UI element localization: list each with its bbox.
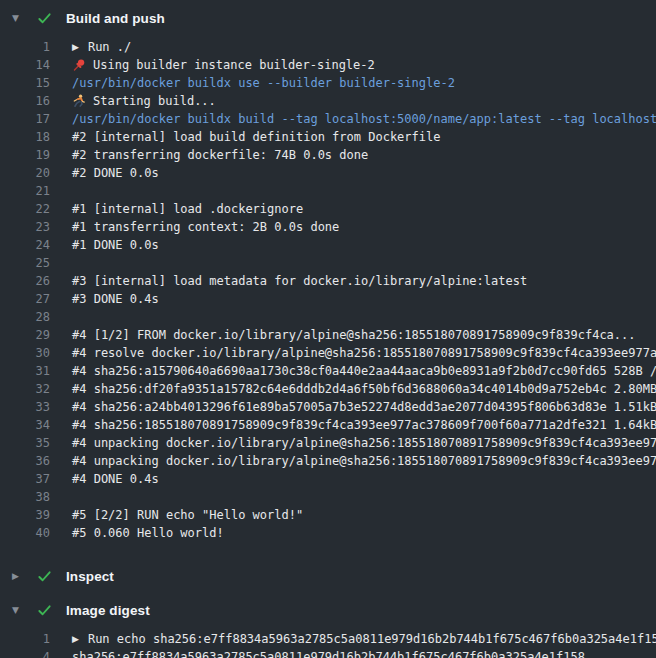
log-text-value: Run echo sha256:e7ff8834a5963a2785c5a081… xyxy=(88,632,656,646)
log-body-image-digest: 1▶Run echo sha256:e7ff8834a5963a2785c5a0… xyxy=(0,630,656,658)
log-text-value: #4 unpacking docker.io/library/alpine@sh… xyxy=(72,454,656,468)
log-text: #2 [internal] load build definition from… xyxy=(72,130,440,144)
log-line: 4sha256:e7ff8834a5963a2785c5a0811e979d16… xyxy=(0,648,656,658)
line-number[interactable]: 30 xyxy=(0,346,50,360)
log-text-value: Starting build... xyxy=(93,94,216,108)
chevron-down-icon[interactable]: ▼ xyxy=(9,605,34,615)
line-number[interactable]: 20 xyxy=(0,166,50,180)
log-text: #1 DONE 0.0s xyxy=(72,238,159,252)
log-line: 27#3 DONE 0.4s xyxy=(0,290,656,308)
line-number[interactable]: 33 xyxy=(0,400,50,414)
line-number[interactable]: 31 xyxy=(0,364,50,378)
line-number[interactable]: 14 xyxy=(0,58,50,72)
log-text: #5 [2/2] RUN echo "Hello world!" xyxy=(72,508,303,522)
line-number[interactable]: 21 xyxy=(0,184,50,198)
log-text-value: #4 sha256:a24bb4013296f61e89ba57005a7b3e… xyxy=(72,400,656,414)
line-number[interactable]: 39 xyxy=(0,508,50,522)
log-text: ▶Run echo sha256:e7ff8834a5963a2785c5a08… xyxy=(72,632,656,646)
log-text-value: /usr/bin/docker buildx use --builder bui… xyxy=(72,76,455,90)
log-line: 35#4 unpacking docker.io/library/alpine@… xyxy=(0,434,656,452)
log-text-value: #1 [internal] load .dockerignore xyxy=(72,202,303,216)
log-text: /usr/bin/docker buildx use --builder bui… xyxy=(72,76,455,90)
line-number[interactable]: 37 xyxy=(0,472,50,486)
line-number[interactable]: 1 xyxy=(0,40,50,54)
log-body-build-and-push: 1▶Run ./14 Using builder instance builde… xyxy=(0,38,656,542)
chevron-down-icon[interactable]: ▼ xyxy=(9,13,34,23)
line-number[interactable]: 16 xyxy=(0,94,50,108)
log-line: 21 xyxy=(0,182,656,200)
line-number[interactable]: 28 xyxy=(0,310,50,324)
section-title: Image digest xyxy=(66,603,150,618)
log-text: /usr/bin/docker buildx build --tag local… xyxy=(72,112,656,126)
log-text-value: #4 unpacking docker.io/library/alpine@sh… xyxy=(72,436,656,450)
log-text: Using builder instance builder-single-2 xyxy=(72,58,375,72)
log-text-value: #1 transferring context: 2B 0.0s done xyxy=(72,220,339,234)
line-number[interactable]: 32 xyxy=(0,382,50,396)
log-text-value: /usr/bin/docker buildx build --tag local… xyxy=(72,112,656,126)
line-number[interactable]: 1 xyxy=(0,632,50,646)
log-text: ▶Run ./ xyxy=(72,40,131,54)
expand-arrow-icon[interactable]: ▶ xyxy=(72,42,79,52)
log-text-value: #5 0.060 Hello world! xyxy=(72,526,224,540)
log-line: 1▶Run echo sha256:e7ff8834a5963a2785c5a0… xyxy=(0,630,656,648)
log-line: 1▶Run ./ xyxy=(0,38,656,56)
log-text: #4 [1/2] FROM docker.io/library/alpine@s… xyxy=(72,328,636,342)
line-number[interactable]: 17 xyxy=(0,112,50,126)
line-number[interactable]: 27 xyxy=(0,292,50,306)
log-text-value: sha256:e7ff8834a5963a2785c5a0811e979d16b… xyxy=(72,650,585,658)
log-line: 23#1 transferring context: 2B 0.0s done xyxy=(0,218,656,236)
chevron-right-icon[interactable]: ▶ xyxy=(9,571,34,581)
log-line: 16 Starting build... xyxy=(0,92,656,110)
log-text: #3 DONE 0.4s xyxy=(72,292,159,306)
section-inspect: ▶ Inspect xyxy=(0,552,656,590)
log-line: 24#1 DONE 0.0s xyxy=(0,236,656,254)
log-text-value: Run ./ xyxy=(88,40,131,54)
line-number[interactable]: 24 xyxy=(0,238,50,252)
log-text-value: #4 sha256:a15790640a6690aa1730c38cf0a440… xyxy=(72,364,656,378)
line-number[interactable]: 25 xyxy=(0,256,50,270)
log-text-value: #2 [internal] load build definition from… xyxy=(72,130,440,144)
log-line: 37#4 DONE 0.4s xyxy=(0,470,656,488)
log-text-value: #4 sha256:df20fa9351a15782c64e6dddb2d4a6… xyxy=(72,382,656,396)
line-number[interactable]: 4 xyxy=(0,650,50,658)
log-text: #4 sha256:a15790640a6690aa1730c38cf0a440… xyxy=(72,364,656,378)
log-text: #2 transferring dockerfile: 74B 0.0s don… xyxy=(72,148,368,162)
section-header-build-and-push[interactable]: ▼ Build and push xyxy=(0,4,656,32)
section-header-inspect[interactable]: ▶ Inspect xyxy=(0,562,656,590)
log-text: #5 0.060 Hello world! xyxy=(72,526,224,540)
log-text: #2 DONE 0.0s xyxy=(72,166,159,180)
log-text-value: #2 DONE 0.0s xyxy=(72,166,159,180)
log-text-value: #5 [2/2] RUN echo "Hello world!" xyxy=(72,508,303,522)
success-check-icon xyxy=(36,568,53,585)
section-image-digest: ▼ Image digest 1▶Run echo sha256:e7ff883… xyxy=(0,590,656,658)
log-text: #1 [internal] load .dockerignore xyxy=(72,202,303,216)
log-text: #4 sha256:a24bb4013296f61e89ba57005a7b3e… xyxy=(72,400,656,414)
log-line: 30#4 resolve docker.io/library/alpine@sh… xyxy=(0,344,656,362)
line-number[interactable]: 26 xyxy=(0,274,50,288)
log-line: 17/usr/bin/docker buildx build --tag loc… xyxy=(0,110,656,128)
log-text: #4 unpacking docker.io/library/alpine@sh… xyxy=(72,436,656,450)
success-check-icon xyxy=(36,10,53,27)
pushpin-icon xyxy=(72,58,86,72)
line-number[interactable]: 29 xyxy=(0,328,50,342)
line-number[interactable]: 35 xyxy=(0,436,50,450)
log-line: 39#5 [2/2] RUN echo "Hello world!" xyxy=(0,506,656,524)
log-text-value: #3 DONE 0.4s xyxy=(72,292,159,306)
line-number[interactable]: 23 xyxy=(0,220,50,234)
line-number[interactable]: 15 xyxy=(0,76,50,90)
log-text: sha256:e7ff8834a5963a2785c5a0811e979d16b… xyxy=(72,650,585,658)
log-text-value: #1 DONE 0.0s xyxy=(72,238,159,252)
line-number[interactable]: 19 xyxy=(0,148,50,162)
line-number[interactable]: 22 xyxy=(0,202,50,216)
line-number[interactable]: 36 xyxy=(0,454,50,468)
success-check-icon xyxy=(36,602,53,619)
log-line: 38 xyxy=(0,488,656,506)
line-number[interactable]: 34 xyxy=(0,418,50,432)
line-number[interactable]: 38 xyxy=(0,490,50,504)
line-number[interactable]: 40 xyxy=(0,526,50,540)
expand-arrow-icon[interactable]: ▶ xyxy=(72,634,79,644)
log-text-value: #2 transferring dockerfile: 74B 0.0s don… xyxy=(72,148,368,162)
log-text-value: Using builder instance builder-single-2 xyxy=(93,58,375,72)
line-number[interactable]: 18 xyxy=(0,130,50,144)
section-header-image-digest[interactable]: ▼ Image digest xyxy=(0,596,656,624)
